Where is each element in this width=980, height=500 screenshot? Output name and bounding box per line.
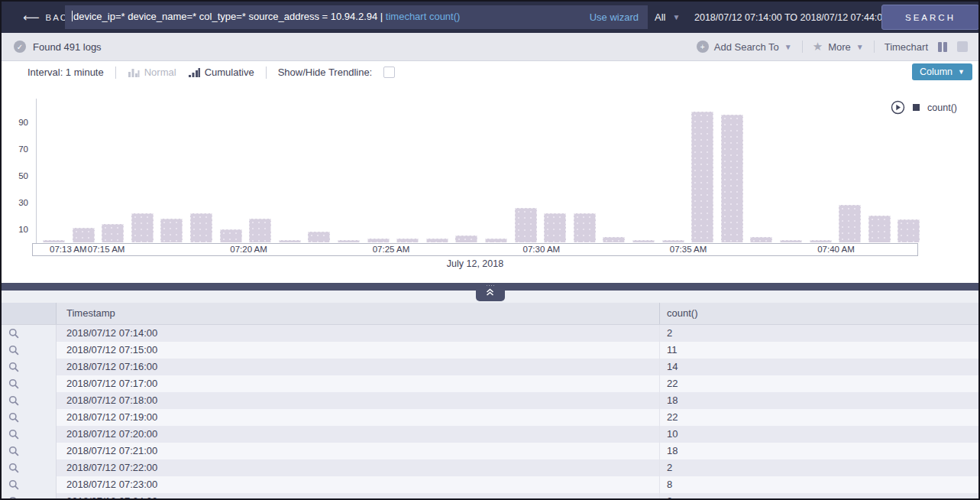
bar[interactable]: [662, 240, 684, 242]
table-row: 2018/07/12 07:21:0018: [2, 443, 978, 459]
bar[interactable]: [396, 239, 419, 242]
bar[interactable]: [220, 229, 242, 242]
chart-view-toggle-icon[interactable]: [938, 42, 947, 52]
chart-controls: Interval: 1 minute Normal Cumulative Sho…: [2, 61, 978, 83]
normal-mode-toggle[interactable]: Normal: [128, 67, 176, 78]
bar[interactable]: [190, 213, 212, 242]
chevron-down-icon: ▼: [856, 43, 864, 51]
magnifier-icon[interactable]: [8, 328, 19, 339]
bar[interactable]: [43, 240, 65, 242]
x-tick-label: 07:20 AM: [230, 244, 267, 255]
chart-type-button[interactable]: Column ▼: [912, 63, 972, 80]
row-drilldown-cell[interactable]: [2, 342, 57, 359]
row-drilldown-cell[interactable]: [2, 359, 57, 375]
magnifier-icon[interactable]: [8, 395, 19, 406]
search-query-input[interactable]: device_ip=* device_name=* col_type=* sou…: [65, 5, 648, 29]
magnifier-icon[interactable]: [8, 429, 19, 440]
magnifier-icon[interactable]: [8, 412, 19, 423]
bar[interactable]: [73, 228, 95, 242]
row-drilldown-cell[interactable]: [2, 375, 57, 392]
trendline-checkbox[interactable]: [383, 67, 395, 78]
row-drilldown-cell[interactable]: [2, 443, 57, 459]
bar[interactable]: [868, 216, 891, 242]
x-axis-caption: July 12, 2018: [32, 258, 918, 269]
column-header-count[interactable]: count(): [660, 303, 978, 324]
chevron-down-icon: ▼: [958, 68, 965, 76]
magnifier-icon[interactable]: [8, 362, 19, 372]
magnifier-icon[interactable]: [8, 446, 19, 456]
bar[interactable]: [160, 219, 183, 242]
row-drilldown-cell[interactable]: [2, 476, 57, 493]
bar[interactable]: [839, 205, 861, 242]
row-drilldown-cell[interactable]: [2, 325, 57, 342]
repo-scope-dropdown[interactable]: All ▼: [655, 2, 680, 33]
bar[interactable]: [338, 240, 360, 242]
bar[interactable]: [691, 112, 713, 242]
bar[interactable]: [249, 219, 271, 242]
bar[interactable]: [308, 232, 330, 242]
row-drilldown-cell[interactable]: [2, 426, 57, 443]
magnifier-icon[interactable]: [8, 463, 19, 473]
normal-label: Normal: [144, 67, 176, 78]
bar[interactable]: [515, 208, 537, 242]
table-row: 2018/07/12 07:23:008: [2, 476, 978, 493]
time-range-dropdown[interactable]: 2018/07/12 07:14:00 TO 2018/07/12 07:44:…: [694, 2, 904, 33]
bar[interactable]: [574, 213, 596, 242]
bar[interactable]: [544, 213, 566, 242]
count-cell: 18: [660, 392, 978, 409]
timestamp-cell: 2018/07/12 07:20:00: [57, 426, 660, 443]
add-search-to-label: Add Search To: [714, 41, 779, 53]
timestamp-cell: 2018/07/12 07:22:00: [57, 459, 660, 476]
bar[interactable]: [131, 213, 154, 242]
bar[interactable]: [426, 239, 448, 242]
magnifier-icon[interactable]: [8, 479, 19, 490]
row-drilldown-cell[interactable]: [2, 493, 57, 500]
bar[interactable]: [898, 219, 920, 242]
y-tick-label: 90: [18, 117, 28, 128]
timestamp-cell: 2018/07/12 07:15:00: [57, 342, 660, 359]
timestamp-cell: 2018/07/12 07:24:00: [57, 493, 660, 500]
legend-series-label: count(): [927, 102, 957, 113]
y-axis: 1030507090: [2, 99, 32, 242]
add-search-to-menu[interactable]: + Add Search To ▼: [697, 41, 792, 53]
magnifier-icon[interactable]: [8, 345, 19, 356]
y-tick-label: 30: [18, 197, 28, 208]
bar[interactable]: [367, 239, 390, 242]
bar[interactable]: [485, 239, 507, 242]
table-row: 2018/07/12 07:14:002: [2, 325, 978, 342]
table-row: 2018/07/12 07:20:0010: [2, 426, 978, 443]
bar[interactable]: [603, 237, 625, 242]
x-tick-label: 07:35 AM: [670, 244, 707, 255]
cumulative-label: Cumulative: [205, 67, 254, 78]
bar[interactable]: [632, 240, 655, 242]
bar[interactable]: [750, 237, 772, 242]
bar[interactable]: [455, 235, 477, 242]
bar[interactable]: [102, 224, 124, 242]
row-drilldown-cell[interactable]: [2, 392, 57, 409]
found-logs-status: ✓ Found 491 logs: [14, 33, 102, 60]
bar[interactable]: [780, 240, 802, 242]
x-tick-label: 07:25 AM: [373, 244, 410, 255]
count-cell: 22: [660, 375, 978, 392]
collapse-chart-button[interactable]: [476, 283, 505, 301]
x-tick-label: 07:15 AM: [88, 244, 125, 255]
y-tick-label: 70: [18, 144, 28, 154]
column-header-timestamp[interactable]: Timestamp: [57, 303, 660, 324]
timestamp-cell: 2018/07/12 07:23:00: [57, 476, 660, 493]
bar[interactable]: [721, 115, 743, 242]
bar[interactable]: [279, 240, 301, 242]
trendline-label: Show/Hide Trendline:: [278, 67, 373, 78]
search-button[interactable]: SEARCH: [881, 5, 979, 30]
grid-view-toggle-icon[interactable]: [957, 41, 968, 52]
chevron-down-icon: ▼: [672, 13, 680, 21]
row-drilldown-cell[interactable]: [2, 409, 57, 426]
magnifier-icon[interactable]: [8, 378, 19, 389]
x-axis: 07:13 AM07:15 AM07:20 AM07:25 AM07:30 AM…: [32, 243, 918, 256]
use-wizard-link[interactable]: Use wizard: [582, 5, 639, 29]
table-row: 2018/07/12 07:17:0022: [2, 375, 978, 392]
magnifier-icon[interactable]: [8, 496, 19, 500]
more-menu[interactable]: ★ More ▼: [813, 40, 864, 54]
cumulative-mode-toggle[interactable]: Cumulative: [188, 67, 254, 78]
row-drilldown-cell[interactable]: [2, 459, 57, 476]
bar[interactable]: [810, 240, 832, 242]
